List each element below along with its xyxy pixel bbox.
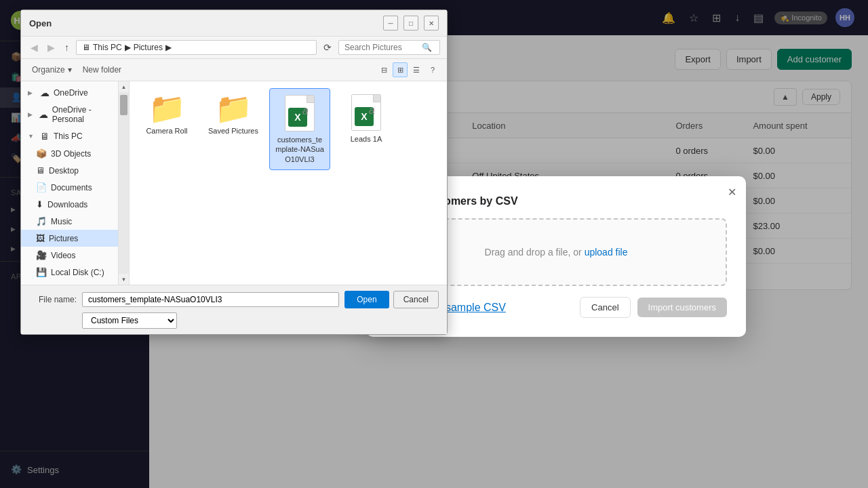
documents-label: Documents (51, 183, 92, 192)
excel-page: X a (285, 95, 315, 131)
videos-icon: 🎥 (36, 250, 47, 260)
up-button[interactable]: ↑ (62, 41, 72, 54)
expand-icon: ▶ (28, 111, 35, 118)
file-name: Camera Roll (142, 126, 192, 136)
view-icon-button[interactable]: ⊞ (393, 62, 408, 77)
scroll-track[interactable] (119, 92, 129, 274)
expand-icon: ▶ (28, 89, 36, 96)
file-dialog: Open ─ □ ✕ ◀ ▶ ↑ 🖥 This PC ▶ Pictures ▶ … (20, 9, 448, 335)
action-buttons: Organize ▾ New folder (28, 64, 125, 76)
downloads-label: Downloads (47, 200, 87, 209)
file-dialog-footer: File name: Open Cancel Custom Files All … (21, 285, 447, 334)
file-name: Leads 1A (341, 134, 391, 144)
music-label: Music (51, 217, 72, 226)
filetype-row: Custom Files All Files (29, 312, 439, 329)
search-input[interactable] (344, 43, 419, 52)
file-name: customers_template-NASuaO10VLI3 (275, 135, 324, 164)
dropzone-text: Drag and drop a file, or upload file (485, 247, 628, 258)
file-dialog-titlebar: Open ─ □ ✕ (21, 10, 447, 37)
onedrive-personal-label: OneDrive - Personal (52, 105, 111, 124)
file-item-customers-template[interactable]: X a customers_template-NASuaO10VLI3 (269, 88, 330, 170)
dialog-maximize-button[interactable]: □ (403, 16, 418, 30)
folder-icon: 📁 (208, 94, 258, 123)
desktop-icon: 🖥 (36, 165, 45, 176)
excel-icon: X a (350, 94, 382, 131)
filename-input[interactable] (82, 292, 339, 307)
sidebar-downloads[interactable]: ⬇ Downloads (21, 196, 118, 213)
sidebar-scrollbar[interactable]: ▲ ▼ (118, 81, 129, 285)
fd-files-grid: 📁 Camera Roll 📁 Saved Pictures X a (136, 88, 440, 170)
fd-file-area: 📁 Camera Roll 📁 Saved Pictures X a (130, 81, 447, 285)
pictures-label: Pictures (49, 234, 78, 243)
excel-page: X a (351, 94, 381, 131)
search-icon: 🔍 (422, 43, 432, 52)
import-customers-button[interactable]: Import customers (637, 298, 727, 317)
organize-button[interactable]: Organize ▾ (28, 64, 76, 76)
breadcrumb-icon: 🖥 (82, 43, 90, 52)
downloads-icon: ⬇ (36, 199, 43, 209)
sidebar-onedrive-personal[interactable]: ▶ ☁ OneDrive - Personal (21, 102, 118, 127)
documents-icon: 📄 (36, 182, 47, 192)
onedrive-icon: ☁ (40, 87, 50, 98)
view-list-button[interactable]: ☰ (409, 62, 424, 77)
search-box[interactable]: 🔍 (338, 40, 440, 55)
address-bar[interactable]: 🖥 This PC ▶ Pictures ▶ (76, 40, 317, 55)
excel-icon: X a (283, 94, 316, 132)
view-buttons: ⊟ ⊞ ☰ ? (376, 62, 440, 77)
dialog-minimize-button[interactable]: ─ (383, 16, 398, 30)
file-item-camera-roll[interactable]: 📁 Camera Roll (136, 88, 197, 170)
new-folder-button[interactable]: New folder (79, 64, 125, 76)
file-dialog-nav-toolbar: ◀ ▶ ↑ 🖥 This PC ▶ Pictures ▶ ⟳ 🔍 (21, 37, 447, 59)
file-item-saved-pictures[interactable]: 📁 Saved Pictures (203, 88, 264, 170)
onedrive-personal-icon: ☁ (39, 109, 48, 120)
filetype-select[interactable]: Custom Files All Files (82, 312, 177, 329)
forward-button[interactable]: ▶ (45, 41, 58, 54)
import-modal-close-button[interactable]: ✕ (728, 186, 736, 199)
file-dialog-actions-toolbar: Organize ▾ New folder ⊟ ⊞ ☰ ? (21, 59, 447, 81)
open-button[interactable]: Open (344, 291, 389, 308)
pictures-icon: 🖼 (36, 233, 45, 243)
sidebar-music[interactable]: 🎵 Music (21, 213, 118, 230)
expand-icon: ▼ (28, 133, 36, 140)
fd-sidebar: ▶ ☁ OneDrive ▶ ☁ OneDrive - Personal ▼ 🖥… (21, 81, 118, 285)
sidebar-videos[interactable]: 🎥 Videos (21, 247, 118, 264)
organize-label: Organize (32, 65, 65, 75)
file-dialog-body: ▶ ☁ OneDrive ▶ ☁ OneDrive - Personal ▼ 🖥… (21, 81, 447, 285)
3d-objects-icon: 📦 (36, 148, 47, 159)
sidebar-3d-objects[interactable]: 📦 3D Objects (21, 145, 118, 162)
sidebar-local-disk[interactable]: 💾 Local Disk (C:) (21, 264, 118, 281)
videos-label: Videos (51, 251, 75, 260)
this-pc-icon: 🖥 (40, 131, 50, 142)
sidebar-desktop[interactable]: 🖥 Desktop (21, 162, 118, 179)
import-modal-actions: Cancel Import customers (580, 297, 727, 318)
back-button[interactable]: ◀ (28, 41, 41, 54)
excel-file-wrapper: X a (351, 94, 381, 131)
upload-file-link[interactable]: upload file (585, 247, 628, 258)
scroll-up-button[interactable]: ▲ (119, 81, 129, 92)
filename-label: File name: (29, 295, 77, 304)
file-dialog-title: Open (29, 18, 378, 28)
dialog-close-button[interactable]: ✕ (424, 16, 439, 30)
3d-objects-label: 3D Objects (51, 149, 91, 159)
organize-chevron-icon: ▾ (68, 65, 72, 75)
view-pane-button[interactable]: ⊟ (376, 62, 391, 77)
fd-sidebar-container: ▶ ☁ OneDrive ▶ ☁ OneDrive - Personal ▼ 🖥… (21, 81, 130, 285)
import-cancel-button[interactable]: Cancel (580, 297, 630, 318)
help-button[interactable]: ? (425, 62, 440, 77)
sidebar-documents[interactable]: 📄 Documents (21, 179, 118, 196)
filename-row: File name: Open Cancel (29, 291, 439, 308)
scroll-thumb (120, 95, 127, 115)
sidebar-this-pc[interactable]: ▼ 🖥 This PC (21, 127, 118, 145)
local-disk-label: Local Disk (C:) (51, 268, 104, 277)
scroll-down-button[interactable]: ▼ (119, 274, 129, 285)
sidebar-onedrive[interactable]: ▶ ☁ OneDrive (21, 84, 118, 102)
file-item-leads-1a[interactable]: X a Leads 1A (336, 88, 397, 170)
excel-file-wrapper: X a (285, 95, 315, 131)
file-name: Saved Pictures (208, 126, 258, 136)
refresh-button[interactable]: ⟳ (321, 41, 334, 54)
desktop-label: Desktop (49, 166, 79, 176)
local-disk-icon: 💾 (36, 267, 47, 277)
sidebar-pictures[interactable]: 🖼 Pictures (21, 230, 118, 247)
cancel-button[interactable]: Cancel (393, 291, 439, 308)
excel-letter: a (369, 104, 375, 117)
